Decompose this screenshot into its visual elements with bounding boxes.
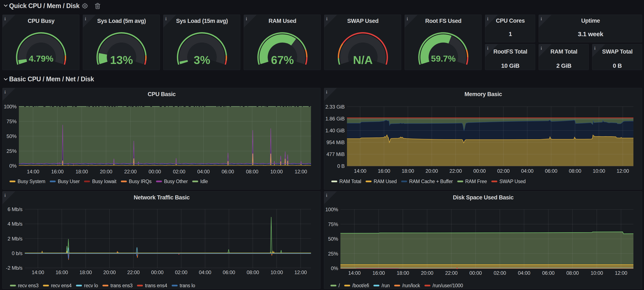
svg-text:04:00: 04:00	[518, 270, 530, 276]
svg-text:N/A: N/A	[353, 54, 373, 66]
svg-text:12:00: 12:00	[617, 168, 629, 174]
svg-text:12:00: 12:00	[294, 270, 307, 275]
svg-text:16:00: 16:00	[51, 169, 64, 174]
svg-text:10:00: 10:00	[270, 169, 283, 174]
svg-text:1.40 GiB: 1.40 GiB	[326, 128, 345, 133]
svg-text:06:00: 06:00	[222, 169, 234, 174]
svg-text:12:00: 12:00	[615, 270, 627, 276]
svg-text:06:00: 06:00	[542, 270, 555, 276]
svg-text:06:00: 06:00	[223, 270, 235, 275]
svg-text:1.86 GiB: 1.86 GiB	[326, 116, 345, 122]
svg-text:04:00: 04:00	[199, 270, 211, 275]
svg-text:06:00: 06:00	[545, 168, 558, 174]
svg-text:477 MiB: 477 MiB	[326, 151, 345, 157]
svg-text:20:00: 20:00	[426, 168, 438, 174]
svg-text:02:00: 02:00	[494, 270, 506, 276]
svg-text:59.7%: 59.7%	[431, 54, 456, 64]
svg-text:-2 Mb/s: -2 Mb/s	[6, 265, 22, 271]
svg-text:18:00: 18:00	[76, 169, 88, 174]
svg-text:20:00: 20:00	[100, 169, 112, 174]
svg-text:00:00: 00:00	[148, 169, 161, 174]
svg-text:75%: 75%	[6, 118, 16, 124]
svg-text:0 b/s: 0 b/s	[12, 250, 22, 256]
svg-text:2.33 GiB: 2.33 GiB	[326, 104, 345, 110]
svg-text:75%: 75%	[328, 222, 338, 227]
svg-text:50%: 50%	[6, 133, 16, 139]
svg-text:100%: 100%	[326, 206, 338, 212]
svg-text:02:00: 02:00	[173, 169, 186, 174]
svg-text:16:00: 16:00	[56, 270, 68, 275]
svg-text:04:00: 04:00	[197, 169, 210, 174]
svg-text:18:00: 18:00	[80, 270, 92, 275]
svg-text:0%: 0%	[9, 163, 16, 169]
svg-text:14:00: 14:00	[354, 168, 366, 174]
svg-text:2 Mb/s: 2 Mb/s	[8, 236, 23, 242]
svg-text:10:00: 10:00	[593, 168, 605, 174]
svg-text:50%: 50%	[328, 236, 338, 242]
svg-text:13%: 13%	[110, 54, 133, 66]
svg-text:100%: 100%	[4, 104, 16, 110]
svg-text:14:00: 14:00	[32, 270, 44, 275]
svg-text:04:00: 04:00	[521, 168, 534, 174]
svg-text:00:00: 00:00	[151, 270, 164, 275]
svg-text:22:00: 22:00	[445, 270, 458, 276]
svg-text:16:00: 16:00	[378, 168, 390, 174]
svg-text:954 MiB: 954 MiB	[326, 140, 345, 145]
svg-text:6 Mb/s: 6 Mb/s	[8, 206, 23, 212]
svg-text:0 B: 0 B	[337, 163, 345, 169]
svg-text:02:00: 02:00	[175, 270, 188, 275]
svg-text:10:00: 10:00	[270, 270, 283, 275]
svg-text:20:00: 20:00	[421, 270, 433, 276]
svg-text:08:00: 08:00	[246, 169, 258, 174]
svg-text:02:00: 02:00	[497, 168, 510, 174]
svg-text:08:00: 08:00	[247, 270, 259, 275]
svg-text:22:00: 22:00	[124, 169, 137, 174]
svg-text:16:00: 16:00	[372, 270, 385, 276]
svg-text:4 Mb/s: 4 Mb/s	[8, 221, 23, 227]
svg-text:14:00: 14:00	[348, 270, 361, 276]
svg-text:14:00: 14:00	[27, 169, 40, 174]
svg-text:22:00: 22:00	[127, 270, 140, 275]
svg-text:08:00: 08:00	[566, 270, 579, 276]
svg-text:18:00: 18:00	[397, 270, 409, 276]
svg-text:00:00: 00:00	[473, 168, 486, 174]
svg-text:08:00: 08:00	[569, 168, 581, 174]
svg-text:4.79%: 4.79%	[29, 54, 53, 64]
svg-text:67%: 67%	[271, 54, 294, 66]
svg-text:0%: 0%	[331, 266, 338, 271]
svg-text:00:00: 00:00	[469, 270, 482, 276]
svg-text:3%: 3%	[194, 54, 210, 66]
svg-text:12:00: 12:00	[295, 169, 307, 174]
svg-text:25%: 25%	[328, 251, 338, 256]
svg-text:25%: 25%	[6, 148, 16, 154]
svg-text:22:00: 22:00	[450, 168, 462, 174]
svg-text:10:00: 10:00	[591, 270, 603, 276]
svg-text:20:00: 20:00	[103, 270, 116, 275]
svg-text:18:00: 18:00	[402, 168, 414, 174]
